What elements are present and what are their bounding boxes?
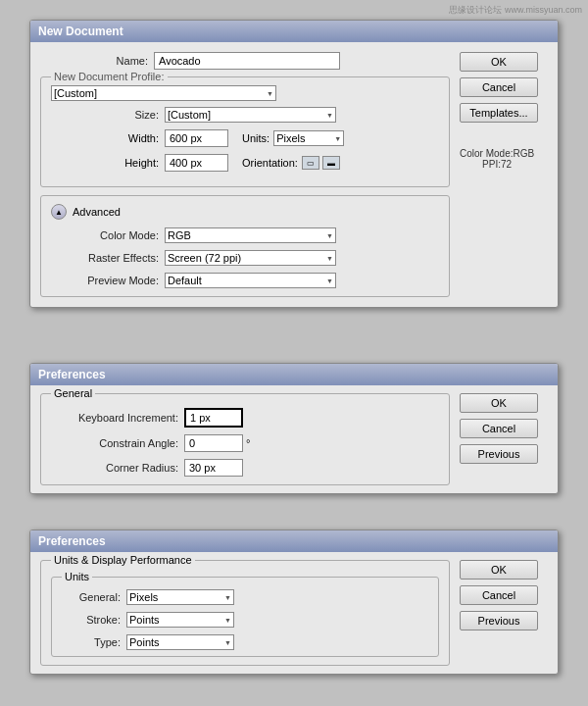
profile-row: [Custom] — [51, 85, 439, 101]
constrain-unit: ° — [246, 437, 250, 449]
raster-effects-row: Raster Effects: Screen (72 ppi) — [51, 250, 439, 266]
units-general-row: General: Pixels — [62, 589, 428, 605]
color-mode-info: Color Mode:RGB PPI:72 — [460, 148, 534, 170]
pref2-cancel-button[interactable]: Cancel — [460, 585, 538, 605]
name-label: Name: — [40, 55, 148, 67]
constrain-label: Constrain Angle: — [51, 437, 178, 449]
templates-button[interactable]: Templates... — [460, 103, 538, 123]
height-input[interactable] — [165, 154, 228, 172]
units-type-label: Type: — [62, 636, 121, 648]
units-label: Units: — [242, 132, 270, 144]
advanced-section: ▲ Advanced Color Mode: RGB Raster Effect… — [40, 195, 450, 297]
units-general-label: General: — [62, 591, 121, 603]
general-prefs-group: General Keyboard Increment: Constrain An… — [40, 393, 450, 485]
pref2-previous-button[interactable]: Previous — [460, 611, 538, 630]
preview-label: Preview Mode: — [51, 275, 159, 286]
new-document-dialog: New Document Name: New Document Profile:… — [29, 20, 559, 308]
profile-group-label: New Document Profile: — [51, 71, 168, 82]
preferences-units-title: Preferences — [30, 530, 558, 552]
advanced-label: Advanced — [73, 206, 121, 218]
raster-label: Raster Effects: — [51, 252, 159, 264]
ppi-value: PPI:72 — [460, 159, 534, 170]
width-row: Width: Units: Pixels — [51, 129, 439, 147]
color-mode-row: Color Mode: RGB — [51, 227, 439, 243]
size-row: Size: [Custom] — [51, 107, 439, 123]
color-mode-label: Color Mode: — [51, 229, 159, 241]
width-label: Width: — [51, 132, 159, 144]
pref1-ok-button[interactable]: OK — [460, 393, 538, 413]
units-type-select[interactable]: Points — [126, 634, 234, 650]
advanced-toggle-button[interactable]: ▲ — [51, 204, 67, 220]
size-select[interactable]: [Custom] — [165, 107, 336, 123]
pref2-ok-button[interactable]: OK — [460, 560, 538, 580]
preferences-general-dialog: Preferences General Keyboard Increment: … — [29, 363, 559, 494]
ok-button[interactable]: OK — [460, 52, 538, 72]
cancel-button[interactable]: Cancel — [460, 77, 538, 97]
height-row: Height: Orientation: ▭ ▬ — [51, 154, 439, 172]
corner-input[interactable] — [184, 459, 243, 477]
profile-group: New Document Profile: [Custom] Size: [Cu… — [40, 76, 450, 187]
landscape-orientation-icon[interactable]: ▬ — [322, 156, 340, 170]
units-stroke-label: Stroke: — [62, 614, 121, 626]
color-mode-value: Color Mode:RGB — [460, 148, 534, 159]
corner-radius-row: Corner Radius: — [51, 459, 439, 477]
width-input[interactable] — [165, 129, 228, 147]
name-row: Name: — [40, 52, 450, 70]
height-label: Height: — [51, 157, 159, 169]
kb-increment-input[interactable] — [184, 408, 243, 428]
kb-increment-label: Keyboard Increment: — [51, 412, 178, 424]
advanced-header: ▲ Advanced — [51, 204, 439, 220]
size-label: Size: — [51, 109, 159, 121]
watermark: 思缘设计论坛 www.missyuan.com — [449, 4, 582, 17]
units-type-row: Type: Points — [62, 634, 428, 650]
units-sub-group: Units General: Pixels — [51, 577, 439, 657]
units-select[interactable]: Pixels — [273, 130, 344, 146]
new-document-title: New Document — [30, 21, 558, 42]
preview-select[interactable]: Default — [165, 273, 336, 288]
color-mode-select[interactable]: RGB — [165, 227, 336, 243]
constrain-angle-row: Constrain Angle: ° — [51, 434, 439, 452]
units-stroke-select[interactable]: Points — [126, 612, 234, 628]
pref1-previous-button[interactable]: Previous — [460, 444, 538, 464]
preview-mode-row: Preview Mode: Default — [51, 273, 439, 288]
pref1-cancel-button[interactable]: Cancel — [460, 419, 538, 438]
corner-label: Corner Radius: — [51, 462, 178, 474]
portrait-orientation-icon[interactable]: ▭ — [302, 156, 319, 170]
kb-increment-row: Keyboard Increment: — [51, 408, 439, 428]
units-section-label: Units & Display Performance — [51, 554, 195, 566]
name-input[interactable] — [154, 52, 340, 70]
units-general-select[interactable]: Pixels — [126, 589, 234, 605]
orientation-label: Orientation: — [242, 157, 298, 169]
profile-select[interactable]: [Custom] — [51, 85, 276, 101]
constrain-input[interactable] — [184, 434, 243, 452]
units-stroke-row: Stroke: Points — [62, 612, 428, 628]
preferences-general-title: Preferences — [30, 364, 558, 385]
units-sub-label: Units — [62, 571, 92, 582]
units-prefs-group: Units & Display Performance Units Genera… — [40, 560, 450, 666]
general-section-label: General — [51, 387, 95, 399]
raster-select[interactable]: Screen (72 ppi) — [165, 250, 336, 266]
preferences-units-dialog: Preferences Units & Display Performance … — [29, 530, 559, 675]
